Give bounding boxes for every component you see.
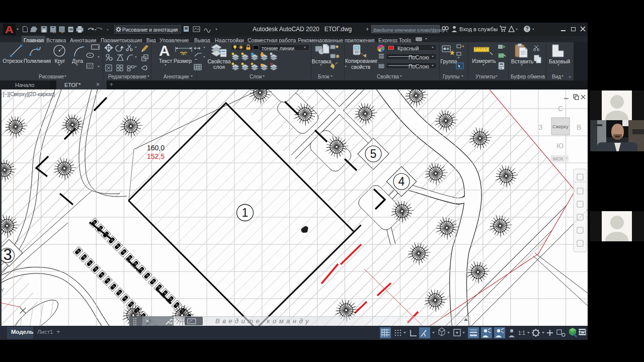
svg-text:З: З [538,123,542,131]
svg-text:[−][Сверху][2D-каркас]: [−][Сверху][2D-каркас] [3,92,55,97]
svg-text:МСК: МСК [553,156,564,161]
svg-text:1:1: 1:1 [518,330,525,336]
svg-text:Ю: Ю [556,142,564,150]
svg-text:5: 5 [370,147,377,160]
svg-text:Сверху: Сверху [552,124,569,129]
svg-text:В: В [577,123,581,131]
svg-text:С: С [558,105,563,113]
svg-text:1: 1 [242,206,249,219]
svg-text:?: ? [525,26,528,32]
svg-text:3: 3 [3,246,12,263]
svg-text:160,0: 160,0 [147,144,165,152]
svg-text:4: 4 [398,175,405,188]
svg-text:152,5: 152,5 [147,152,165,160]
